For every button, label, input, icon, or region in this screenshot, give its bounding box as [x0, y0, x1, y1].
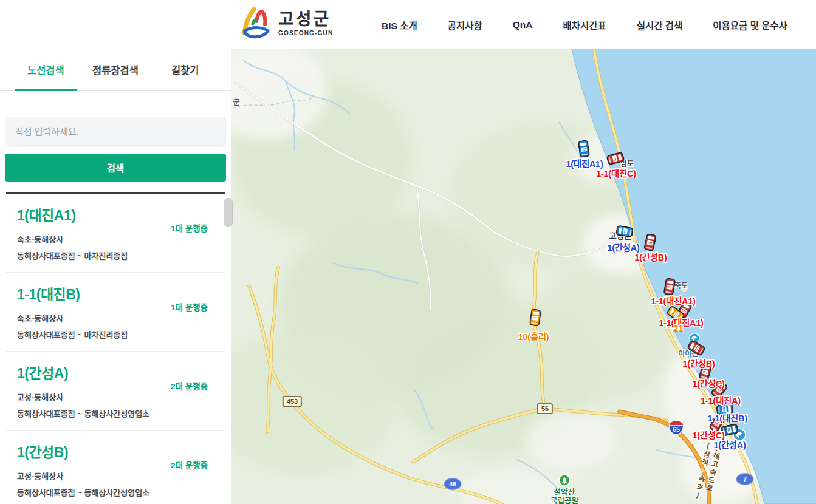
search-button[interactable]: 검색 [5, 154, 226, 182]
park-name-line2: 국립공원 [550, 497, 578, 504]
route-endpoints: 동해상사대포종점 ~ 동해상사간성영업소 [17, 407, 219, 419]
road-shield-46: 46 [444, 478, 462, 490]
bus-route-label: 10(흘리) [518, 330, 549, 342]
panel-collapse-handle[interactable] [224, 198, 233, 227]
route-endpoints: 동해상사대포종점 ~ 마차진리종점 [17, 250, 219, 261]
road-shield-7: 7 [736, 473, 754, 485]
bus-count-label: 21 [673, 323, 683, 333]
header: 고성군 GOSEONG-GUN BIS 소개공지사항QnA배차시간표실시간 검색… [0, 0, 816, 49]
tab-1[interactable]: 정류장검색 [81, 49, 151, 90]
route-status-badge: 1대 운행중 [171, 301, 208, 313]
nav-item-3[interactable]: 배차시간표 [563, 18, 606, 32]
route-operator: 속초-동해상사 [17, 312, 219, 324]
bus-route-label: 1-1(대진A) [701, 393, 740, 406]
logo-title: 고성군 [278, 11, 333, 28]
route-list: 1(대진A1)1대 운행중속초-동해상사동해상사대포종점 ~ 마차진리종점1-1… [6, 192, 225, 504]
goseong-logo[interactable]: 고성군 GOSEONG-GUN [238, 5, 333, 43]
bus-marker[interactable] [529, 308, 542, 327]
route-endpoints: 동해상사대포종점 ~ 마차진리종점 [17, 329, 219, 340]
bus-marker[interactable] [643, 233, 657, 252]
tab-0[interactable]: 노선검색 [11, 49, 81, 90]
nav-item-4[interactable]: 실시간 검색 [637, 18, 683, 32]
bus-route-label: 1(간성C) [692, 376, 724, 389]
route-status-badge: 1대 운행중 [171, 222, 208, 234]
nav-item-0[interactable]: BIS 소개 [382, 18, 417, 32]
route-item[interactable]: 1(간성A)2대 운행중고성-동해상사동해상사대포종점 ~ 동해상사간성영업소 [6, 352, 225, 431]
route-item[interactable]: 1(대진A1)1대 운행중속초-동해상사동해상사대포종점 ~ 마차진리종점 [6, 194, 225, 273]
bus-route-label: 1-1(대진B) [707, 411, 747, 424]
bus-route-label: 1-1(대진A1) [651, 294, 695, 307]
place-label: 죽도 [674, 280, 688, 290]
road-shield-453: 453 [283, 396, 302, 407]
place-label: 군 [233, 97, 239, 107]
expressway-name-label: 동해고속도로(삼척-속초) [691, 441, 723, 504]
tab-2[interactable]: 길찾기 [150, 49, 220, 90]
road-shield-56: 56 [537, 403, 553, 414]
goseong-logo-icon [238, 5, 272, 43]
park-label: 설악산국립공원 [550, 488, 578, 504]
logo-subtitle: GOSEONG-GUN [278, 30, 333, 36]
bus-marker[interactable] [578, 140, 591, 158]
route-endpoints: 동해상사대포종점 ~ 동해상사간성영업소 [17, 486, 219, 498]
map-marker-layer: 1(대진A1)1-1(대진C)1(간성A)1(간성B)1-1(대진A1)1-1(… [231, 49, 816, 504]
route-item[interactable]: 1(간성B)2대 운행중고성-동해상사동해상사대포종점 ~ 동해상사간성영업소 [6, 431, 225, 504]
road-shield-65: 65 [668, 419, 684, 435]
search-section: 검색 [0, 91, 231, 182]
route-operator: 고성-동해상사 [17, 391, 219, 403]
sidebar-tabs: 노선검색정류장검색길찾기 [0, 49, 231, 91]
park-icon [558, 474, 571, 489]
nav-item-1[interactable]: 공지사항 [448, 18, 482, 32]
route-operator: 속초-동해상사 [17, 233, 219, 245]
bus-route-label: 1-1(대진C) [596, 166, 636, 179]
route-item[interactable]: 1-1(대진B)1대 운행중속초-동해상사동해상사대포종점 ~ 마차진리종점 [6, 273, 225, 352]
main-nav: BIS 소개공지사항QnA배차시간표실시간 검색이용요금 및 운수사 [382, 0, 787, 49]
nav-item-5[interactable]: 이용요금 및 운수사 [713, 18, 787, 32]
svg-text:65: 65 [673, 426, 680, 433]
route-search-input[interactable] [5, 117, 226, 146]
search-sidebar: 노선검색정류장검색길찾기 검색 1(대진A1)1대 운행중속초-동해상사동해상사… [0, 49, 231, 504]
bus-route-label: 1(간성B) [634, 250, 667, 263]
route-status-badge: 2대 운행중 [171, 380, 208, 392]
nav-item-2[interactable]: QnA [513, 19, 533, 30]
park-name-line1: 설악산 [550, 488, 578, 497]
bus-route-label: 1(간성B) [682, 356, 715, 369]
bus-route-label: 1(간성A) [713, 438, 746, 451]
map[interactable]: 1(대진A1)1-1(대진C)1(간성A)1(간성B)1-1(대진A1)1-1(… [231, 49, 816, 504]
route-status-badge: 2대 운행중 [171, 458, 208, 471]
route-operator: 고성-동해상사 [17, 470, 219, 482]
